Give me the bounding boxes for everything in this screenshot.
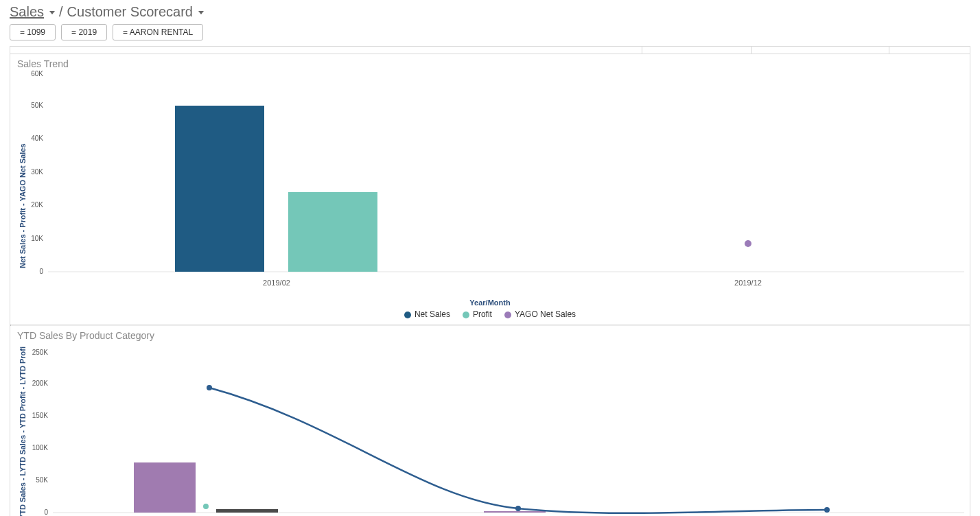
bar-ytd[interactable]: [484, 511, 546, 513]
line-point[interactable]: [824, 507, 830, 513]
y-axis-label: Net Sales - Profit - YAGO Net Sales: [19, 143, 27, 268]
bar-ytd[interactable]: [134, 462, 196, 513]
bar-profit[interactable]: [288, 192, 377, 272]
y-axis-label: YTD Sales - LYTD Sales - YTD Profit - LY…: [19, 347, 27, 516]
ytd-category-plot[interactable]: 0 50K 100K 150K 200K 250K: [10, 341, 971, 516]
dot-yago[interactable]: [745, 240, 751, 247]
ytick: 200K: [32, 379, 49, 387]
filter-pill-1099[interactable]: = 1099: [10, 24, 56, 40]
xtick: 2019/12: [734, 279, 762, 287]
chevron-down-icon[interactable]: [48, 4, 55, 20]
legend-item-yago[interactable]: YAGO Net Sales: [504, 309, 576, 319]
ytick: 20K: [31, 201, 43, 209]
bar-lytd[interactable]: [216, 509, 278, 513]
breadcrumb-root[interactable]: Sales: [10, 4, 44, 20]
bar-net-sales[interactable]: [175, 106, 264, 272]
sales-trend-plot[interactable]: 0 10K 20K 30K 40K 50K 60K 2019/02: [10, 69, 971, 296]
ytick: 0: [39, 268, 43, 275]
legend-label: Net Sales: [415, 309, 450, 319]
chart-title: Sales Trend: [10, 54, 970, 69]
chart-ytd-category: YTD Sales By Product Category YTD Sales …: [10, 326, 970, 516]
line-series[interactable]: [209, 388, 827, 513]
chart-sales-trend: Sales Trend Net Sales - Profit - YAGO Ne…: [10, 54, 970, 325]
ytick: 40K: [31, 134, 43, 142]
header-strip: [10, 47, 970, 54]
chart-title: YTD Sales By Product Category: [10, 326, 970, 341]
xtick: 2019/02: [263, 279, 290, 287]
legend-label: Profit: [473, 309, 492, 319]
ytick: 30K: [31, 168, 43, 176]
legend: Net Sales Profit YAGO Net Sales: [10, 307, 970, 325]
filter-pill-customer[interactable]: = AARON RENTAL: [113, 24, 203, 40]
ytick: 100K: [32, 444, 49, 452]
legend-item-profit[interactable]: Profit: [463, 309, 492, 319]
breadcrumb-page[interactable]: Customer Scorecard: [67, 4, 193, 20]
line-point[interactable]: [515, 506, 521, 511]
x-axis-label: Year/Month: [10, 298, 970, 307]
legend-item-net-sales[interactable]: Net Sales: [404, 309, 450, 319]
ytick: 150K: [32, 412, 49, 419]
filter-pill-2019[interactable]: = 2019: [61, 24, 107, 40]
ytick: 0: [44, 508, 48, 516]
dot-ytd-profit[interactable]: [203, 504, 209, 509]
line-point[interactable]: [207, 385, 212, 390]
breadcrumb: Sales / Customer Scorecard: [0, 0, 980, 21]
ytick: 10K: [31, 235, 43, 242]
legend-label: YAGO Net Sales: [515, 309, 576, 319]
chevron-down-icon[interactable]: [197, 4, 204, 20]
breadcrumb-sep: /: [59, 4, 63, 20]
filter-bar: = 1099 = 2019 = AARON RENTAL: [0, 21, 980, 46]
dashboard-frame: Sales Trend Net Sales - Profit - YAGO Ne…: [10, 46, 970, 516]
ytick: 50K: [36, 476, 48, 484]
ytick: 50K: [31, 102, 43, 109]
ytick: 250K: [32, 349, 49, 356]
ytick: 60K: [31, 70, 43, 78]
